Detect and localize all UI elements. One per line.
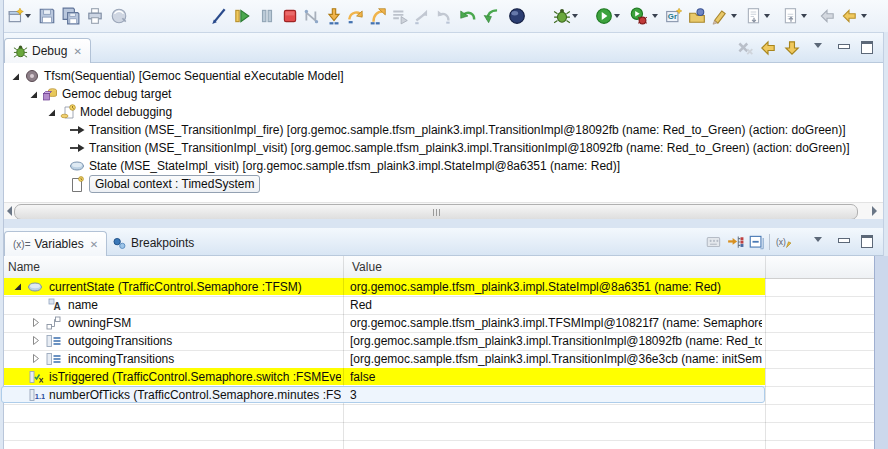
step-over-icon (347, 7, 365, 25)
external-tools-button[interactable] (110, 7, 128, 25)
skip-breakpoints-icon (210, 7, 228, 25)
new-gemoc-project-button[interactable]: Gr (665, 7, 683, 25)
tab-variables[interactable]: (x)= Variables ✕ (4, 231, 107, 256)
run-to-line-button[interactable] (391, 7, 409, 25)
view-sash[interactable] (0, 219, 888, 228)
drop-to-frame-icon (435, 7, 453, 25)
tree-row-launch[interactable]: Tfsm(Sequential) [Gemoc Sequential eXecu… (10, 67, 344, 85)
show-logical-structure-button[interactable] (727, 233, 745, 251)
watch-expression-button[interactable]: (x) (776, 233, 794, 251)
tab-variables-close-icon[interactable]: ✕ (90, 239, 98, 250)
debug-spider-button[interactable] (553, 7, 571, 25)
variables-maximize-button[interactable] (861, 235, 873, 248)
back-disabled-button[interactable] (818, 7, 836, 25)
engine-globe-button[interactable] (508, 7, 526, 25)
variables-view-menu-icon[interactable] (814, 237, 822, 246)
save-all-button[interactable] (62, 7, 80, 25)
tree-row-global-context[interactable]: Global context : TimedSystem (66, 175, 260, 193)
expander-closed-icon[interactable] (30, 353, 41, 364)
table-row-outgoingtransitions[interactable]: outgoingTransitions [org.gemoc.sample.tf… (0, 332, 888, 351)
variables-minimize-button[interactable] (838, 238, 850, 243)
back-history-button[interactable] (840, 7, 858, 25)
external-tools-icon (110, 7, 128, 25)
new-wizard-dropdown[interactable] (25, 14, 31, 21)
next-annotation-button[interactable] (745, 7, 763, 25)
step-over-button[interactable] (347, 7, 365, 25)
table-row-owningfsm[interactable]: owningFSM org.gemoc.sample.tfsm_plaink3.… (0, 314, 888, 333)
table-row-currentstate[interactable]: currentState (TrafficControl.Semaphore :… (0, 278, 888, 297)
run-button[interactable] (595, 7, 613, 25)
remove-terminated-button[interactable] (736, 39, 754, 57)
step-forward-button[interactable] (783, 39, 801, 57)
variables-icon: (x)= (13, 239, 31, 250)
tab-debug-close-icon[interactable]: ✕ (73, 46, 81, 57)
disconnect-button[interactable] (303, 7, 321, 25)
tab-breakpoints[interactable]: Breakpoints (104, 231, 202, 255)
drop-to-frame-button[interactable] (435, 7, 453, 25)
show-type-names-button[interactable] (705, 233, 723, 251)
debug-spider-dropdown[interactable] (572, 14, 578, 21)
highlighter-icon (710, 7, 728, 25)
skip-breakpoints-button[interactable] (210, 7, 228, 25)
table-row-istriggered[interactable]: isTriggered (TrafficControl.Semaphore.sw… (0, 368, 888, 387)
tab-debug[interactable]: Debug ✕ (4, 38, 91, 63)
attribute-icon: A (48, 297, 64, 313)
tree-row-state-visit[interactable]: State (MSE_StateImpl_visit) [org.gemoc.s… (66, 157, 620, 175)
svg-text:(x): (x) (776, 237, 786, 247)
resume-button[interactable] (233, 7, 251, 25)
step-backward-icon (759, 39, 777, 57)
use-step-filters-button[interactable] (413, 7, 431, 25)
column-header-value[interactable]: Value (352, 260, 382, 274)
pause-button[interactable] (258, 7, 276, 25)
table-row-numberofticks[interactable]: 1.1 numberOfTicks (TrafficControl.Semaph… (0, 386, 888, 405)
debug-view-menu-icon[interactable] (814, 43, 822, 52)
reference-icon (46, 315, 62, 331)
scroll-right-icon[interactable] (872, 206, 882, 216)
debug-horizontal-scrollbar[interactable] (0, 202, 888, 220)
scrollbar-thumb[interactable] (14, 204, 858, 220)
step-back-button[interactable] (459, 7, 477, 25)
window-right-border (874, 256, 888, 449)
highlighter-button[interactable] (710, 7, 728, 25)
print-button[interactable] (86, 7, 104, 25)
step-return-button[interactable] (369, 7, 387, 25)
tree-row-debug-target[interactable]: Gemoc debug target (28, 85, 171, 103)
expander-open-icon[interactable] (28, 89, 39, 100)
step-back-into-button[interactable] (483, 7, 501, 25)
expander-closed-icon[interactable] (30, 335, 41, 346)
table-row-name[interactable]: A name Red (0, 296, 888, 315)
new-wizard-button[interactable] (7, 7, 25, 25)
next-annotation-dropdown[interactable] (764, 14, 770, 21)
open-model-button[interactable] (688, 7, 706, 25)
use-step-filters-icon (413, 7, 431, 25)
table-row-incomingtransitions[interactable]: incomingTransitions [org.gemoc.sample.tf… (0, 350, 888, 369)
previous-annotation-button[interactable] (782, 7, 800, 25)
save-button[interactable] (38, 7, 56, 25)
step-backward-button[interactable] (759, 39, 777, 57)
highlighter-dropdown[interactable] (731, 14, 737, 21)
collapse-all-button[interactable] (748, 233, 766, 251)
terminate-button[interactable] (281, 7, 299, 25)
tree-row-transition-visit[interactable]: Transition (MSE_TransitionImpl_visit) [o… (66, 139, 850, 157)
previous-annotation-dropdown[interactable] (801, 14, 807, 21)
expander-closed-icon[interactable] (30, 317, 41, 328)
debug-as-dropdown[interactable] (652, 14, 658, 21)
step-into-button[interactable] (325, 7, 343, 25)
tab-debug-label: Debug (32, 44, 67, 58)
back-history-dropdown[interactable] (861, 14, 867, 21)
expander-open-icon[interactable] (12, 281, 23, 292)
expander-open-icon[interactable] (46, 107, 57, 118)
tree-row-model-debugging[interactable]: Model debugging (46, 103, 172, 121)
expander-open-icon[interactable] (10, 71, 21, 82)
debug-minimize-button[interactable] (838, 44, 850, 49)
collapse-all-icon (748, 233, 766, 251)
state-icon (27, 279, 43, 295)
run-dropdown[interactable] (614, 14, 620, 21)
debug-maximize-button[interactable] (861, 41, 873, 54)
column-header-name[interactable]: Name (8, 260, 40, 274)
step-back-into-icon (483, 7, 501, 25)
tree-row-transition-fire[interactable]: Transition (MSE_TransitionImpl_fire) [or… (66, 121, 846, 139)
debug-as-button[interactable] (629, 7, 647, 25)
column-divider[interactable] (343, 256, 344, 449)
column-divider[interactable] (765, 256, 766, 449)
